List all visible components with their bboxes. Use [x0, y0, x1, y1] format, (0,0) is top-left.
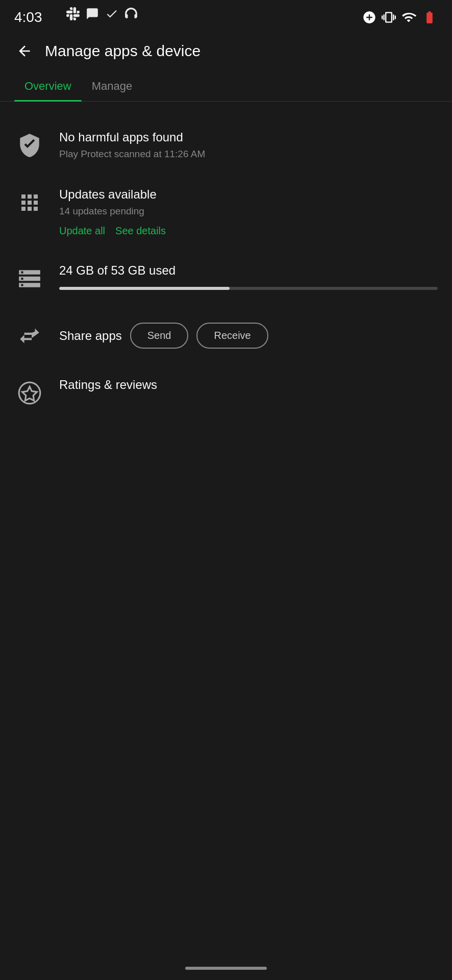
send-button[interactable]: Send — [130, 323, 189, 349]
add-circle-icon — [362, 10, 376, 24]
ratings-title: Ratings & reviews — [59, 378, 438, 392]
page-header: Manage apps & device — [0, 31, 452, 71]
page-title: Manage apps & device — [45, 42, 200, 60]
play-protect-content: No harmful apps found Play Protect scann… — [59, 130, 438, 160]
updates-content: Updates available 14 updates pending Upd… — [59, 187, 438, 237]
share-apps-content: Share apps Send Receive — [59, 321, 438, 349]
wifi-icon — [401, 10, 416, 24]
status-time: 4:03 — [14, 9, 42, 26]
home-indicator — [185, 967, 267, 970]
apps-grid-icon — [14, 187, 45, 218]
see-details-button[interactable]: See details — [115, 225, 166, 237]
tab-overview[interactable]: Overview — [14, 71, 82, 101]
slack-icon — [66, 7, 80, 20]
ratings-content: Ratings & reviews — [59, 378, 438, 392]
updates-title: Updates available — [59, 187, 438, 202]
tab-manage[interactable]: Manage — [82, 71, 143, 101]
tabs-container: Overview Manage — [0, 71, 452, 102]
share-apps-buttons: Share apps Send Receive — [59, 323, 438, 349]
storage-title: 24 GB of 53 GB used — [59, 263, 438, 278]
check-icon — [105, 7, 118, 20]
update-all-button[interactable]: Update all — [59, 225, 105, 237]
shield-icon — [14, 130, 45, 161]
chat-icon — [86, 7, 99, 20]
storage-section: 24 GB of 53 GB used — [14, 250, 438, 307]
receive-button[interactable]: Receive — [196, 323, 268, 349]
storage-content: 24 GB of 53 GB used — [59, 263, 438, 290]
battery-icon — [421, 10, 438, 24]
share-apps-icon — [14, 321, 45, 351]
updates-actions: Update all See details — [59, 225, 438, 237]
play-protect-title: No harmful apps found — [59, 130, 438, 144]
storage-bar-fill — [59, 287, 230, 290]
play-protect-subtitle: Play Protect scanned at 11:26 AM — [59, 149, 438, 160]
headset-icon — [124, 7, 138, 20]
storage-bar-container — [59, 287, 438, 290]
updates-subtitle: 14 updates pending — [59, 206, 438, 217]
back-button[interactable] — [14, 41, 35, 61]
svg-marker-2 — [22, 387, 37, 401]
share-apps-section: Share apps Send Receive — [14, 307, 438, 364]
play-protect-section: No harmful apps found Play Protect scann… — [14, 117, 438, 174]
vibrate-icon — [382, 10, 396, 24]
updates-section: Updates available 14 updates pending Upd… — [14, 174, 438, 250]
share-apps-title: Share apps — [59, 329, 122, 343]
star-circle-icon — [14, 378, 45, 408]
status-icons-right — [362, 10, 438, 24]
ratings-section[interactable]: Ratings & reviews — [14, 364, 438, 422]
storage-icon — [14, 263, 45, 294]
status-icons-left — [66, 7, 138, 20]
content-area: No harmful apps found Play Protect scann… — [0, 102, 452, 437]
